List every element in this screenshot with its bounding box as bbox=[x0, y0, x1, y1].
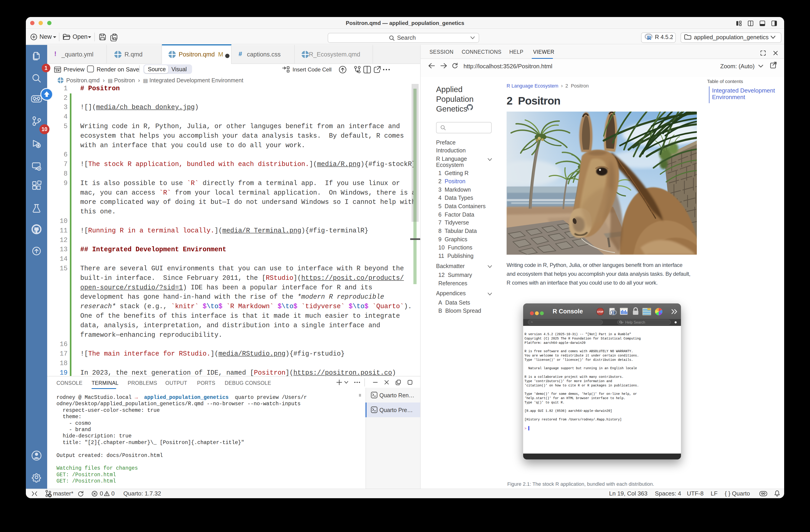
svg-text:R: R bbox=[647, 34, 651, 41]
svg-text:R: R bbox=[612, 310, 616, 316]
svg-text:✱: ✱ bbox=[49, 494, 51, 497]
svg-text:STOP: STOP bbox=[597, 311, 603, 313]
